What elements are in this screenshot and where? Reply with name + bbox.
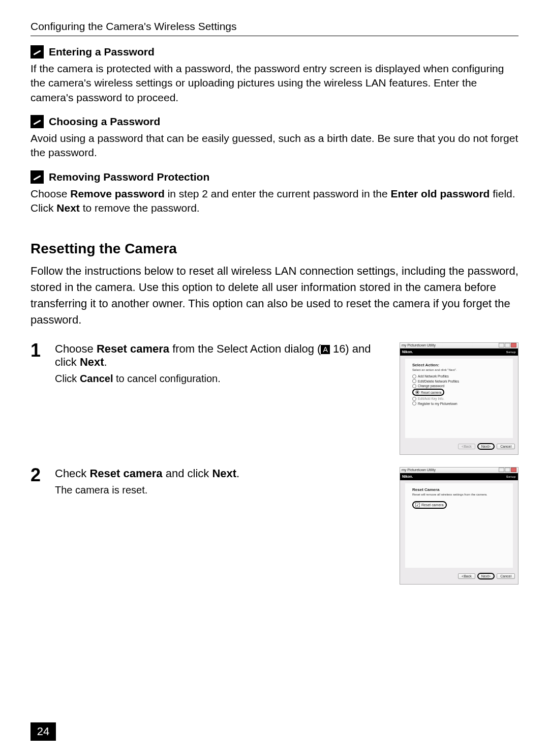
radio-label: Edit/Delete Network Profiles — [418, 380, 459, 383]
pencil-icon — [30, 170, 44, 184]
text-bold: Next — [212, 467, 236, 480]
radio-edit-key-info[interactable]: Edit/Add Key Info. — [412, 397, 506, 401]
brand-bar: Nikon. Setup — [400, 473, 518, 480]
dialog-heading: Select Action: — [412, 363, 506, 367]
note-title: Removing Password Protection — [49, 171, 209, 183]
note-body: Avoid using a password that can be easil… — [30, 131, 518, 160]
radio-label: Add Network Profiles — [418, 374, 449, 378]
window-titlebar: my Picturetown Utility — [400, 343, 518, 348]
text-bold: Next — [56, 202, 80, 214]
text: to remove the password. — [80, 202, 200, 214]
text: in step 2 and enter the current password… — [165, 188, 391, 199]
text-bold: Next — [80, 356, 104, 368]
dialog-subtext: Select an action and click "Next". — [412, 368, 506, 371]
text: Click — [55, 373, 80, 384]
minimize-icon[interactable] — [499, 343, 504, 347]
step-instruction: Choose Reset camera from the Select Acti… — [55, 342, 390, 369]
pencil-icon — [30, 45, 44, 59]
note-entering-password: Entering a Password If the camera is pro… — [30, 45, 518, 105]
back-button[interactable]: <Back — [458, 573, 475, 579]
reference-icon: A — [321, 345, 329, 354]
maximize-icon[interactable] — [505, 343, 510, 347]
brand-label: Nikon. — [402, 350, 413, 354]
note-title: Entering a Password — [49, 46, 155, 58]
step-number: 2 — [30, 467, 46, 483]
note-title: Choosing a Password — [49, 115, 160, 128]
window-title: my Picturetown Utility — [402, 468, 436, 472]
text: from the Select Action dialog ( — [169, 342, 321, 355]
text: Choose — [30, 188, 70, 199]
step-1: 1 Choose Reset camera from the Select Ac… — [30, 342, 518, 455]
text-bold: Reset camera — [97, 342, 169, 355]
cancel-button[interactable]: Cancel — [497, 444, 515, 449]
dialog-heading: Reset Camera — [412, 487, 506, 492]
text-bold: Cancel — [80, 373, 113, 384]
radio-label: Reset camera — [421, 391, 441, 394]
section-intro: Follow the instructions below to reset a… — [30, 263, 518, 328]
maximize-icon[interactable] — [505, 468, 510, 472]
text: . — [104, 356, 107, 368]
dialog-reset-camera-screenshot: my Picturetown Utility Nikon. Setup Rese… — [400, 467, 518, 585]
setup-label: Setup — [506, 475, 516, 478]
next-button[interactable]: Next> — [477, 443, 495, 450]
page-number: 24 — [30, 722, 56, 741]
step-subtext: Click Cancel to cancel configuration. — [55, 373, 390, 385]
text: and click — [163, 467, 212, 480]
radio-label: Register to my Picturetown — [418, 402, 458, 405]
checkbox-icon: ✔ — [415, 503, 420, 507]
radio-label: Edit/Add Key Info. — [418, 397, 444, 400]
note-choosing-password: Choosing a Password Avoid using a passwo… — [30, 115, 518, 160]
brand-bar: Nikon. Setup — [400, 348, 518, 356]
radio-group-actions: Add Network Profiles Edit/Delete Network… — [412, 374, 506, 406]
header-rule — [30, 36, 518, 36]
section-heading-resetting: Resetting the Camera — [30, 241, 518, 257]
text-bold: Enter old password — [391, 188, 490, 199]
close-icon[interactable] — [511, 468, 516, 472]
step-subtext: The camera is reset. — [55, 484, 390, 496]
pencil-icon — [30, 115, 44, 128]
window-title: my Picturetown Utility — [402, 343, 436, 347]
setup-label: Setup — [506, 351, 516, 354]
brand-label: Nikon. — [402, 475, 413, 478]
dialog-select-action-screenshot: my Picturetown Utility Nikon. Setup Sele… — [400, 342, 518, 455]
radio-change-password[interactable]: Change password — [412, 384, 506, 388]
text-bold: Remove password — [70, 188, 165, 199]
step-2: 2 Check Reset camera and click Next. The… — [30, 467, 518, 585]
text: . — [236, 467, 239, 480]
next-button[interactable]: Next> — [477, 573, 495, 579]
cancel-button[interactable]: Cancel — [497, 573, 515, 579]
note-body: If the camera is protected with a passwo… — [30, 62, 518, 105]
window-titlebar: my Picturetown Utility — [400, 468, 518, 473]
page-header-title: Configuring the Camera's Wireless Settin… — [30, 20, 518, 33]
close-icon[interactable] — [511, 343, 516, 347]
step-instruction: Check Reset camera and click Next. — [55, 467, 390, 480]
radio-add-profiles[interactable]: Add Network Profiles — [412, 374, 506, 379]
note-body: Choose Remove password in step 2 and ent… — [30, 187, 518, 216]
back-button[interactable]: <Back — [458, 444, 475, 449]
checkbox-reset-camera[interactable]: ✔ Reset camera — [412, 501, 447, 509]
text: Check — [55, 467, 89, 480]
checkbox-label: Reset camera — [421, 503, 444, 507]
radio-register-picturetown[interactable]: Register to my Picturetown — [412, 401, 506, 405]
step-number: 1 — [30, 342, 46, 359]
minimize-icon[interactable] — [499, 468, 504, 472]
radio-reset-camera[interactable]: Reset camera — [412, 389, 506, 396]
text: to cancel configuration. — [113, 373, 220, 384]
text: Choose — [55, 342, 97, 355]
radio-edit-profiles[interactable]: Edit/Delete Network Profiles — [412, 379, 506, 383]
dialog-subtext: Reset will remove all wireless settings … — [412, 493, 506, 496]
text-bold: Reset camera — [89, 467, 162, 480]
note-removing-password: Removing Password Protection Choose Remo… — [30, 170, 518, 216]
radio-label: Change password — [418, 384, 444, 388]
